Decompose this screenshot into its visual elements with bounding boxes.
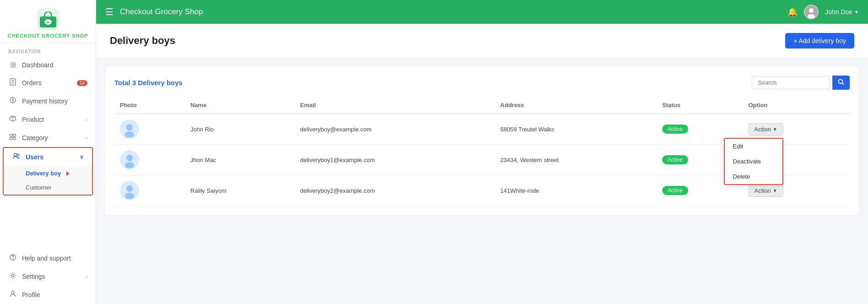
svg-point-18 bbox=[12, 259, 13, 260]
table-cell-photo bbox=[114, 145, 185, 175]
nav-section-label: NAVIGATION bbox=[0, 43, 96, 56]
topbar-title: Checkout Grocery Shop bbox=[120, 7, 781, 16]
sidebar-item-users[interactable]: Users ∨ bbox=[4, 148, 92, 166]
sidebar-item-profile[interactable]: Profile bbox=[0, 286, 96, 304]
delivery-boy-avatar bbox=[120, 150, 139, 169]
table-cell-photo bbox=[114, 114, 185, 145]
app-logo-icon bbox=[37, 8, 59, 30]
topbar: ☰ Checkout Grocery Shop 🔔 John Doe ▼ bbox=[96, 0, 868, 24]
category-arrow-icon: › bbox=[86, 135, 87, 141]
sidebar-item-profile-label: Profile bbox=[22, 291, 40, 299]
action-dropdown-menu: EditDeactivateDelete bbox=[724, 138, 783, 185]
help-icon bbox=[8, 254, 17, 263]
table-cell-email: deliveryboy@example.com bbox=[295, 114, 495, 145]
table-header-row: Total 3 Delivery boys bbox=[114, 76, 850, 90]
delivery-boys-table-section: Total 3 Delivery boys Photo Name Email A… bbox=[105, 66, 859, 215]
status-badge: Active bbox=[662, 186, 688, 195]
users-subnav: Delivery boy Customer bbox=[4, 166, 92, 195]
action-button-label: Action bbox=[755, 126, 771, 133]
topbar-user-name[interactable]: John Doe ▼ bbox=[825, 8, 859, 16]
search-input[interactable] bbox=[752, 76, 830, 89]
action-dropdown-wrapper: Action▼EditDeactivateDelete bbox=[749, 123, 783, 136]
svg-point-15 bbox=[14, 153, 17, 156]
table-cell-name: John Rio bbox=[185, 114, 295, 145]
col-header-status: Status bbox=[657, 97, 743, 114]
svg-rect-12 bbox=[13, 134, 16, 136]
sidebar-item-dashboard[interactable]: ⊞ Dashboard bbox=[0, 56, 96, 74]
svg-point-19 bbox=[12, 275, 14, 277]
users-section-highlight: Users ∨ Delivery boy Customer bbox=[3, 147, 93, 195]
content-area: Delivery boys + Add delivery boy Total 3… bbox=[96, 24, 868, 304]
orders-icon bbox=[8, 78, 17, 87]
sidebar-item-customer[interactable]: Customer bbox=[4, 180, 92, 195]
product-icon bbox=[8, 115, 17, 124]
main-content: ☰ Checkout Grocery Shop 🔔 John Doe ▼ Del… bbox=[96, 0, 868, 304]
action-button[interactable]: Action▼ bbox=[749, 123, 783, 136]
sidebar: CHECKOUT GROCERY SHOP NAVIGATION ⊞ Dashb… bbox=[0, 0, 96, 304]
delivery-boys-table: Photo Name Email Address Status Option J… bbox=[114, 97, 850, 206]
users-icon bbox=[12, 152, 21, 162]
notification-bell-icon[interactable]: 🔔 bbox=[787, 7, 798, 17]
sidebar-item-settings-label: Settings bbox=[22, 273, 45, 280]
search-button[interactable] bbox=[832, 76, 850, 90]
sidebar-item-product[interactable]: Product › bbox=[0, 110, 96, 129]
add-delivery-boy-button[interactable]: + Add delivery boy bbox=[785, 33, 854, 49]
total-count-label: Total 3 Delivery boys bbox=[114, 79, 183, 87]
svg-rect-13 bbox=[10, 137, 12, 140]
table-cell-name: Railly Saiyom bbox=[185, 175, 295, 206]
action-dropdown-arrow-icon: ▼ bbox=[773, 127, 777, 132]
sidebar-item-label: Product bbox=[22, 116, 44, 123]
sidebar-item-users-label: Users bbox=[26, 153, 43, 161]
svg-point-16 bbox=[17, 154, 19, 156]
table-cell-email: deliveryboy1@example.com bbox=[295, 145, 495, 175]
sidebar-item-label: Payment history bbox=[22, 98, 68, 105]
svg-point-33 bbox=[126, 185, 133, 192]
search-box bbox=[752, 76, 850, 90]
table-cell-option: Action▼EditDeactivateDelete bbox=[743, 114, 850, 145]
sidebar-item-help-label: Help and support bbox=[22, 255, 71, 262]
action-menu-item-deactivate[interactable]: Deactivate bbox=[725, 154, 782, 169]
svg-rect-14 bbox=[13, 137, 16, 140]
sidebar-item-label: Dashboard bbox=[22, 61, 54, 69]
table-row: John Riodeliveryboy@example.com58059 Tre… bbox=[114, 114, 850, 145]
delivery-boy-avatar bbox=[120, 181, 139, 200]
action-dropdown-arrow-icon: ▼ bbox=[773, 188, 777, 193]
sidebar-item-orders[interactable]: Orders 14 bbox=[0, 74, 96, 92]
payment-icon bbox=[8, 97, 17, 106]
page-header: Delivery boys + Add delivery boy bbox=[96, 24, 868, 58]
action-menu-item-delete[interactable]: Delete bbox=[725, 169, 782, 184]
user-avatar bbox=[804, 5, 819, 19]
sidebar-logo: CHECKOUT GROCERY SHOP bbox=[0, 0, 96, 43]
table-cell-name: Jhon Mac bbox=[185, 145, 295, 175]
profile-icon bbox=[8, 290, 17, 299]
col-header-email: Email bbox=[295, 97, 495, 114]
action-menu-item-edit[interactable]: Edit bbox=[725, 139, 782, 154]
table-cell-address: 141White-rode bbox=[495, 175, 657, 206]
col-header-photo: Photo bbox=[114, 97, 185, 114]
menu-icon[interactable]: ☰ bbox=[105, 6, 113, 17]
page-title: Delivery boys bbox=[110, 35, 175, 47]
delivery-boy-label: Delivery boy bbox=[26, 170, 61, 177]
settings-arrow-icon: › bbox=[86, 273, 87, 280]
sidebar-item-payment-history[interactable]: Payment history bbox=[0, 92, 96, 110]
sidebar-item-delivery-boy[interactable]: Delivery boy bbox=[4, 166, 92, 180]
topbar-right: 🔔 John Doe ▼ bbox=[787, 5, 859, 19]
dashboard-icon: ⊞ bbox=[8, 60, 17, 69]
settings-icon bbox=[8, 272, 17, 281]
action-button[interactable]: Action▼ bbox=[749, 185, 783, 197]
sidebar-item-category[interactable]: Category › bbox=[0, 129, 96, 147]
customer-label: Customer bbox=[26, 184, 51, 191]
sidebar-brand-text: CHECKOUT GROCERY SHOP bbox=[8, 33, 88, 38]
table-cell-address: 23434, Western street bbox=[495, 145, 657, 175]
svg-point-22 bbox=[809, 8, 814, 13]
user-dropdown-arrow-icon: ▼ bbox=[854, 10, 859, 15]
svg-point-30 bbox=[126, 155, 133, 161]
sidebar-item-help[interactable]: Help and support bbox=[0, 249, 96, 267]
svg-point-27 bbox=[126, 124, 133, 130]
product-arrow-icon: › bbox=[86, 116, 87, 123]
svg-point-20 bbox=[11, 291, 14, 294]
users-arrow-icon: ∨ bbox=[80, 154, 84, 160]
orders-badge: 14 bbox=[77, 80, 87, 86]
table-cell-email: deliveryboy2@example.com bbox=[295, 175, 495, 206]
sidebar-item-settings[interactable]: Settings › bbox=[0, 267, 96, 286]
